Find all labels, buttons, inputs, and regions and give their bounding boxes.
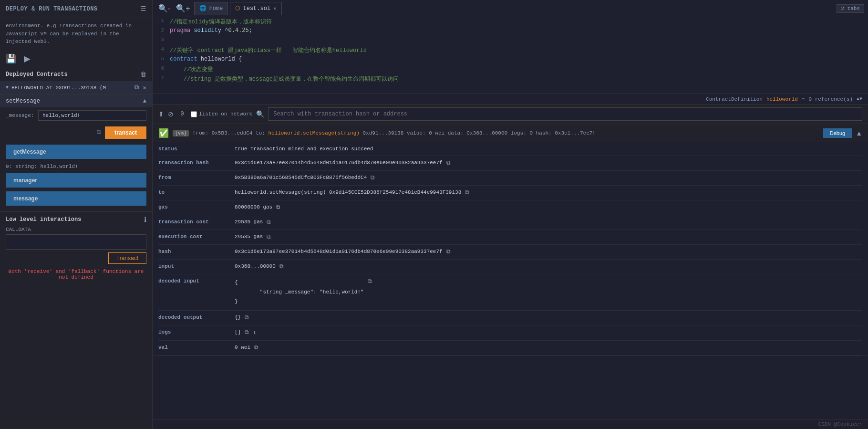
message-input[interactable] bbox=[38, 110, 146, 121]
param-label: _message: bbox=[6, 113, 34, 118]
tx-cost-copy-icon[interactable]: ⧉ bbox=[267, 219, 271, 226]
zoom-out-button[interactable]: 🔍- bbox=[156, 3, 172, 14]
listen-label: listen on network bbox=[199, 111, 252, 117]
message-button[interactable]: message bbox=[6, 191, 146, 206]
calldata-input[interactable] bbox=[6, 234, 146, 250]
value-amount: 0 wei bbox=[429, 130, 448, 136]
home-globe-icon: 🌐 bbox=[199, 5, 207, 12]
decoded-output-label: decoded output bbox=[158, 314, 235, 320]
panel-title: DEPLOY & RUN TRANSACTIONS bbox=[6, 6, 98, 12]
code-line-1: 1 //指定solidy编译器版本，版本标识符 bbox=[153, 17, 868, 27]
left-panel: DEPLOY & RUN TRANSACTIONS ☰ environment.… bbox=[0, 0, 153, 429]
low-level-error: Both 'receive' and 'fallback' functions … bbox=[6, 267, 146, 282]
set-message-copy-icon[interactable]: ⧉ bbox=[97, 129, 101, 136]
logs-value-detail: [] ⧉ ⬇ bbox=[235, 329, 862, 336]
tx-hash-label: transaction hash bbox=[158, 160, 235, 166]
exec-cost-copy-icon[interactable]: ⧉ bbox=[267, 234, 271, 241]
trash-icon[interactable]: 🗑 bbox=[140, 71, 146, 78]
listen-checkbox-input[interactable] bbox=[191, 111, 197, 117]
input-copy-icon[interactable]: ⧉ bbox=[279, 263, 284, 270]
hash-copy-icon[interactable]: ⧉ bbox=[446, 249, 451, 255]
tx-details: status true Transaction mined and execut… bbox=[153, 142, 868, 356]
contract-copy-icon[interactable]: ⧉ bbox=[134, 84, 139, 92]
contract-def-label: ContractDefinition bbox=[706, 96, 763, 102]
right-panel: 🔍- 🔍+ 🌐 Home ⬡ test.sol ✕ 2 tabs 1 //指定s… bbox=[153, 0, 868, 429]
contract-def-bar: ContractDefinition helloworld ➡ 0 refere… bbox=[153, 94, 868, 105]
from-label: from: bbox=[193, 130, 212, 136]
tx-expand-button[interactable]: ▲ bbox=[856, 129, 862, 137]
low-level-transact-row: Transact bbox=[6, 252, 146, 264]
data-label-hdr: data: bbox=[448, 130, 467, 136]
tx-cost-label: transaction cost bbox=[158, 219, 235, 225]
logs-copy-icon2[interactable]: ⬇ bbox=[253, 329, 256, 336]
hash-label-hdr: hash: bbox=[536, 130, 555, 136]
tab-test-sol[interactable]: ⬡ test.sol ✕ bbox=[230, 2, 281, 15]
to-label-detail: to bbox=[158, 189, 235, 195]
val-label: val bbox=[158, 345, 235, 350]
listen-checkbox[interactable]: listen on network bbox=[191, 111, 252, 117]
panel-menu-icon[interactable]: ☰ bbox=[140, 5, 146, 13]
low-level-section: Low level interactions ℹ CALLDATA Transa… bbox=[0, 211, 152, 286]
code-editor[interactable]: 1 //指定solidy编译器版本，版本标识符 2 pragma solidit… bbox=[153, 17, 868, 94]
get-message-result: 0: string: hello,world! bbox=[0, 162, 152, 171]
deployed-contracts-title: Deployed Contracts bbox=[6, 71, 68, 78]
tab-home[interactable]: 🌐 Home bbox=[194, 2, 228, 15]
code-content-4: //关键字 contract 跟java的class一样 智能合约名称是hell… bbox=[170, 46, 367, 54]
transact-button[interactable]: transact bbox=[105, 126, 146, 139]
tab-home-label: Home bbox=[209, 5, 223, 12]
tabs-bar: 🔍- 🔍+ 🌐 Home ⬡ test.sol ✕ 2 tabs bbox=[153, 0, 868, 17]
references-label: 0 reference(s) bbox=[809, 96, 853, 102]
decoded-input-copy-icon[interactable]: ⧉ bbox=[368, 278, 372, 285]
set-message-label: setMessage bbox=[6, 98, 40, 105]
manager-button[interactable]: manager bbox=[6, 173, 146, 188]
tx-row-to: to helloworld.setMessage(string) 0x9d145… bbox=[158, 186, 862, 200]
left-actions: 💾 ▶ bbox=[0, 50, 152, 68]
from-label-detail: from bbox=[158, 175, 235, 180]
set-message-collapse-icon[interactable]: ▲ bbox=[143, 98, 146, 105]
tx-row-status: status true Transaction mined and execut… bbox=[158, 142, 862, 156]
from-value: 0x5B3...eddC4 bbox=[212, 130, 256, 136]
clear-icon[interactable]: ⊘ bbox=[168, 110, 174, 118]
contract-def-name: helloworld bbox=[766, 96, 798, 102]
ref-chevron[interactable]: ▲▼ bbox=[857, 96, 862, 102]
from-value-detail: 0x5B38Da6a701c568545dCfcB03FcB875f56bedd… bbox=[235, 175, 862, 181]
scroll-top-icon[interactable]: ⬆ bbox=[158, 110, 164, 118]
tab-close-icon[interactable]: ✕ bbox=[273, 5, 277, 11]
contract-close-icon[interactable]: ✕ bbox=[143, 84, 146, 92]
val-copy-icon[interactable]: ⧉ bbox=[254, 345, 258, 351]
gas-value: 80000000 gas ⧉ bbox=[235, 204, 862, 211]
decoded-input-value: { "string _message": "hello,world!"} ⧉ bbox=[235, 278, 862, 306]
tx-search-bar: ⬆ ⊘ 0 listen on network 🔍 bbox=[153, 105, 868, 124]
code-line-2: 2 pragma solidity ^0.4.25; bbox=[153, 27, 868, 36]
status-label: status bbox=[158, 146, 235, 152]
low-level-transact-button[interactable]: Transact bbox=[108, 252, 146, 264]
tx-row-hash-detail: hash 0x3c1d6e173a87ee37014b4d5648d01d1a9… bbox=[158, 245, 862, 260]
code-line-3: 3 bbox=[153, 36, 868, 46]
get-message-button[interactable]: getMessage bbox=[6, 145, 146, 159]
contract-toggle-icon[interactable]: ▼ bbox=[6, 85, 9, 90]
code-content-2: pragma solidity ^0.4.25; bbox=[170, 27, 252, 34]
decoded-output-copy-icon[interactable]: ⧉ bbox=[245, 314, 249, 321]
save-icon[interactable]: 💾 bbox=[6, 53, 16, 64]
gas-copy-icon[interactable]: ⧉ bbox=[276, 204, 280, 211]
input-label: input bbox=[158, 263, 235, 269]
val-value: 0 wei ⧉ bbox=[235, 345, 862, 351]
contract-def-arrow[interactable]: ➡ bbox=[802, 96, 805, 102]
tx-header-text: from: 0x5B3...eddC4 to: helloworld.setMe… bbox=[193, 130, 819, 136]
logs-label-hdr: logs: bbox=[511, 130, 530, 136]
code-content-7: //string 是数据类型，message是成员变量，在整个智能合约生命周期都… bbox=[170, 75, 399, 83]
zoom-in-button[interactable]: 🔍+ bbox=[174, 3, 192, 14]
tx-row-gas: gas 80000000 gas ⧉ bbox=[158, 200, 862, 215]
debug-button[interactable]: Debug bbox=[823, 128, 852, 138]
info-icon[interactable]: ℹ bbox=[144, 216, 146, 224]
to-copy-icon[interactable]: ⧉ bbox=[465, 189, 469, 196]
from-copy-icon[interactable]: ⧉ bbox=[371, 175, 375, 181]
run-icon[interactable]: ▶ bbox=[24, 53, 31, 64]
logs-copy-icon[interactable]: ⧉ bbox=[245, 329, 249, 336]
tab-test-sol-label: test.sol bbox=[243, 5, 270, 12]
search-icon[interactable]: 🔍 bbox=[256, 110, 264, 118]
tx-row-decoded-input: decoded input { "string _message": "hell… bbox=[158, 274, 862, 311]
contract-item: ▼ HELLOWORLD AT 0XD91...39138 (M ⧉ ✕ bbox=[0, 81, 152, 95]
tx-search-input[interactable] bbox=[268, 107, 862, 121]
tx-hash-copy-icon[interactable]: ⧉ bbox=[446, 160, 451, 167]
